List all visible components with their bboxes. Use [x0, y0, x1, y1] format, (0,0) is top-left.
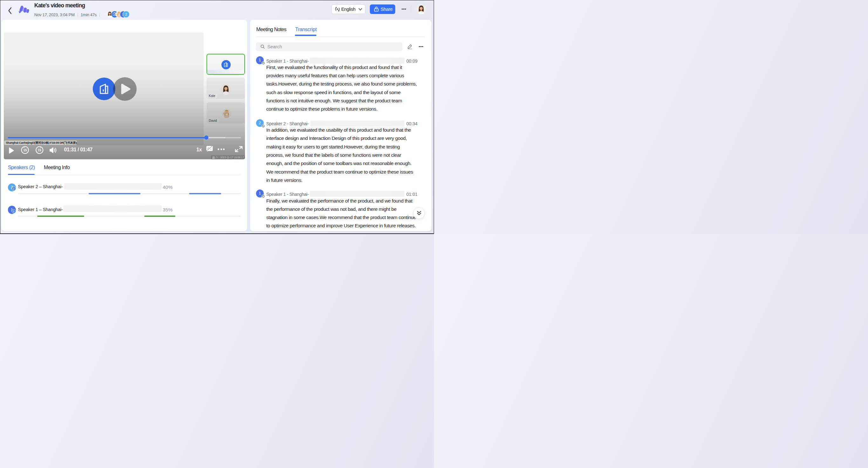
- svg-text:15: 15: [23, 148, 27, 152]
- svg-text:15: 15: [37, 148, 41, 152]
- svg-text:A: A: [337, 8, 338, 11]
